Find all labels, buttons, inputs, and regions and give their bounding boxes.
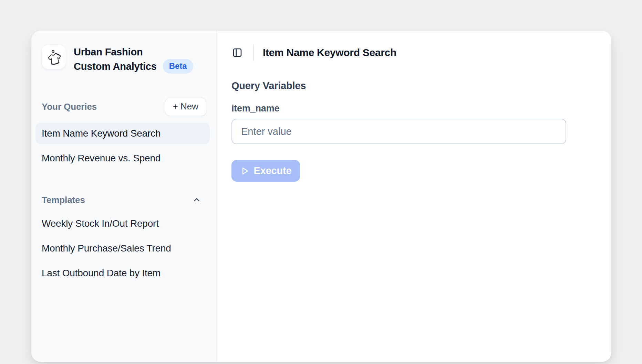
templates-header[interactable]: Templates (35, 193, 210, 207)
queries-list: Item Name Keyword Search Monthly Revenue… (35, 123, 210, 172)
play-icon (240, 166, 250, 176)
your-queries-header: Your Queries + New (35, 98, 210, 116)
sidebar-toggle-button[interactable] (230, 45, 245, 60)
brand-logo (41, 44, 66, 69)
app-window: Urban Fashion Custom Analytics Beta Your… (31, 31, 611, 362)
page-title: Item Name Keyword Search (263, 47, 396, 58)
brand: Urban Fashion Custom Analytics Beta (41, 44, 210, 74)
template-item-monthly-purchase-sales-trend[interactable]: Monthly Purchase/Sales Trend (35, 238, 210, 259)
main-header: Item Name Keyword Search (231, 43, 611, 62)
execute-button[interactable]: Execute (231, 160, 300, 182)
chevron-up-icon (192, 195, 201, 204)
tshirt-on-hanger-icon (45, 48, 63, 66)
templates-collapse-button[interactable] (190, 193, 204, 207)
template-item-weekly-stock-in-out-report[interactable]: Weekly Stock In/Out Report (35, 213, 210, 234)
sidebar: Urban Fashion Custom Analytics Beta Your… (31, 31, 217, 362)
query-item-item-name-keyword-search[interactable]: Item Name Keyword Search (35, 123, 210, 144)
beta-badge: Beta (163, 59, 193, 74)
new-query-button[interactable]: + New (165, 98, 206, 116)
query-variables-heading: Query Variables (231, 80, 611, 92)
templates-list: Weekly Stock In/Out Report Monthly Purch… (35, 213, 210, 287)
header-divider (253, 44, 254, 61)
panel-left-icon (232, 47, 242, 58)
execute-button-label: Execute (254, 165, 292, 176)
your-queries-label: Your Queries (42, 101, 97, 112)
template-item-last-outbound-date-by-item[interactable]: Last Outbound Date by Item (35, 263, 210, 284)
brand-title-line1: Urban Fashion (74, 45, 193, 59)
brand-title: Urban Fashion Custom Analytics Beta (74, 44, 193, 74)
variable-name-label: item_name (231, 103, 611, 114)
main-panel: Item Name Keyword Search Query Variables… (217, 31, 611, 362)
query-item-monthly-revenue-vs-spend[interactable]: Monthly Revenue vs. Spend (35, 148, 210, 169)
variable-value-input[interactable] (231, 119, 566, 144)
brand-title-line2: Custom Analytics (74, 60, 157, 73)
templates-label: Templates (42, 195, 85, 205)
